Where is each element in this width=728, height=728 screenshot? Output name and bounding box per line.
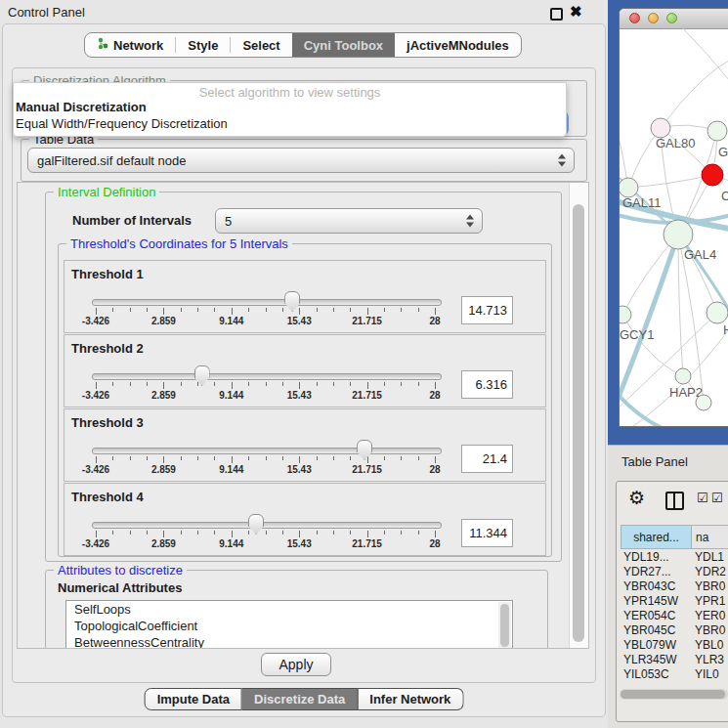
window-close-icon[interactable] [629, 13, 640, 23]
slider-track[interactable] [92, 522, 442, 529]
threshold-value-field[interactable]: 11.344 [461, 519, 513, 547]
checkbox-icon[interactable]: ☑ [711, 491, 723, 505]
slider-track[interactable] [92, 373, 442, 380]
slider-tick-label: 21.715 [352, 316, 382, 326]
table-row[interactable]: YBR045CYBR0 [621, 622, 728, 637]
network-canvas[interactable]: GAL80GACGAL11GAL4GCY1HHAP2 [620, 28, 728, 427]
slider-track[interactable] [92, 448, 442, 454]
slider-track[interactable] [92, 299, 442, 306]
table-column-header[interactable]: na [692, 525, 728, 549]
network-node-gcy1[interactable] [620, 306, 631, 323]
tab-style[interactable]: Style [176, 33, 230, 57]
slider-tick-label: 9.144 [219, 538, 243, 549]
tab-jactivemnodules[interactable]: jActiveMNodules [395, 33, 521, 57]
attribute-item[interactable]: BetweennessCentrality [66, 634, 512, 649]
attribute-items: SelfLoopsTopologicalCoefficientBetweenne… [66, 601, 512, 649]
table-column-header[interactable]: shared... [621, 525, 692, 549]
number-of-intervals-combobox[interactable]: 5 [215, 208, 483, 234]
algorithm-option[interactable]: Manual Discretization [16, 100, 147, 114]
slider-handle[interactable] [357, 440, 372, 460]
threshold-2-panel: Threshold 2-3.4262.8599.14415.4321.71528… [64, 334, 546, 407]
slider-tick [317, 531, 318, 535]
slider-tick [163, 382, 164, 389]
network-edge[interactable] [678, 28, 728, 87]
attributes-scrollbar[interactable] [498, 602, 511, 649]
tab-label: Network [113, 38, 163, 53]
algorithm-dropdown-popup: Select algorithm to view settings Manual… [13, 82, 567, 137]
float-window-icon[interactable] [550, 8, 563, 21]
network-edge[interactable] [620, 235, 678, 409]
slider-tick [435, 382, 436, 389]
close-icon[interactable]: ✖ [570, 3, 582, 21]
slider-tick [435, 456, 436, 463]
slider-tick-label: 21.715 [352, 464, 382, 475]
slider-tick [350, 382, 351, 386]
slider-tick [435, 308, 436, 315]
table-panel-body: ⚙ ☑ ☑ shared...na YDL19...YDL1YDR27...YD… [616, 481, 728, 722]
table-data-combobox[interactable]: galFiltered.sif default node [27, 148, 575, 173]
table-row[interactable]: YDL19...YDL1 [621, 549, 728, 564]
algorithm-hint: Select algorithm to view settings [14, 85, 566, 100]
table-row[interactable]: YBL079WYBL0 [621, 637, 728, 652]
network-node-gtop[interactable] [707, 121, 727, 141]
apply-button[interactable]: Apply [261, 653, 331, 676]
table-row[interactable]: YPR145WYPR1 [621, 593, 728, 608]
number-of-intervals-value: 5 [225, 214, 232, 229]
window-minimize-icon[interactable] [648, 13, 659, 23]
network-node-bnode[interactable] [696, 395, 711, 410]
threshold-value-field[interactable]: 21.4 [461, 445, 513, 473]
table-row[interactable]: YER054CYER0 [621, 608, 728, 622]
slider-tick [214, 531, 215, 535]
slider-tick [266, 531, 267, 535]
slider-handle[interactable] [248, 514, 264, 535]
network-node-gal11[interactable] [620, 178, 638, 197]
interval-definition-group: Interval Definition Number of Intervals … [45, 192, 562, 562]
checkbox-icon[interactable]: ☑ [697, 491, 708, 505]
network-node-red[interactable] [702, 164, 723, 186]
network-node-hap2[interactable] [675, 368, 691, 384]
split-columns-icon[interactable] [665, 492, 684, 510]
bottom-tab-impute-data[interactable]: Impute Data [145, 688, 242, 710]
threshold-value-field[interactable]: 14.713 [461, 296, 513, 324]
slider-tick [384, 456, 385, 460]
network-node-gal4[interactable] [664, 220, 693, 249]
threshold-value-field[interactable]: 6.316 [461, 370, 513, 399]
attributes-group: Attributes to discretize Numerical Attri… [45, 570, 548, 649]
table-row[interactable]: YLR345WYLR3 [621, 652, 728, 666]
tab-select[interactable]: Select [231, 33, 291, 57]
network-icon [97, 37, 108, 53]
bottom-tab-infer-network[interactable]: Infer Network [358, 688, 463, 710]
table-row[interactable]: YBR043CYBR0 [621, 578, 728, 593]
slider-handle[interactable] [284, 291, 300, 312]
window-zoom-icon[interactable] [666, 13, 677, 23]
settings-vertical-scrollbar[interactable] [569, 183, 588, 648]
table-header-row: shared...na [621, 525, 728, 549]
table-row[interactable]: YIL053CYIL0 [621, 666, 728, 681]
table-row[interactable]: YDR27...YDR2 [621, 564, 728, 578]
slider-tick [214, 308, 215, 312]
tab-network[interactable]: Network [85, 33, 175, 57]
tab-cyni-toolbox[interactable]: Cyni Toolbox [292, 33, 395, 57]
slider-tick [299, 531, 300, 537]
network-node-hright[interactable] [707, 302, 728, 323]
bottom-tab-discretize-data[interactable]: Discretize Data [242, 688, 358, 710]
slider-tick [350, 456, 351, 460]
slider-tick-label: 21.715 [352, 538, 382, 549]
slider-tick [96, 456, 97, 463]
spinner-arrows-icon [558, 154, 566, 167]
network-node-gal80[interactable] [651, 118, 670, 138]
table-horizontal-scrollbar[interactable] [620, 689, 728, 700]
slider-tick [317, 382, 318, 386]
gear-icon[interactable]: ⚙ [628, 488, 645, 509]
slider-tick [367, 531, 368, 537]
algorithm-option[interactable]: Equal Width/Frequency Discretization [16, 116, 228, 131]
network-edge[interactable] [661, 58, 728, 128]
slider-tick-label: 9.144 [219, 464, 243, 475]
slider-handle[interactable] [194, 365, 210, 386]
slider-tick [112, 456, 113, 460]
attribute-item[interactable]: SelfLoops [66, 601, 512, 618]
slider-tick-label: 28 [429, 316, 440, 326]
slider-tick-label: 2.859 [151, 538, 176, 549]
attribute-item[interactable]: TopologicalCoefficient [66, 618, 512, 634]
network-edge[interactable] [620, 390, 668, 427]
